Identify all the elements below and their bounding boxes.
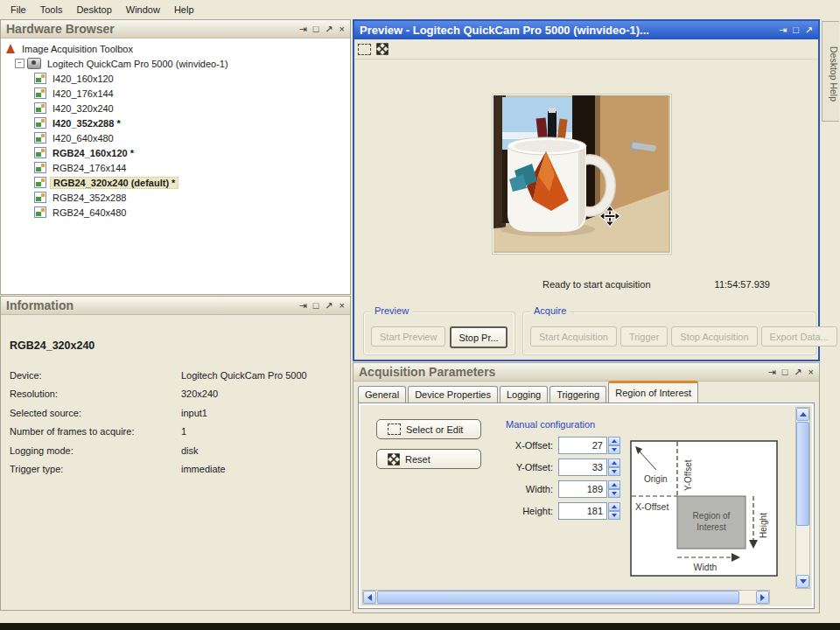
restore-icon[interactable]: □ (313, 24, 319, 34)
close-icon[interactable]: × (340, 24, 345, 34)
y-offset-input[interactable]: 33 (558, 458, 607, 476)
parameter-tabs: General Device Properties Logging Trigge… (358, 383, 815, 402)
export-data-button[interactable]: Export Data... (761, 326, 837, 346)
tab-general[interactable]: General (358, 386, 406, 402)
preview-title: Preview - Logitech QuickCam Pro 5000 (wi… (360, 24, 649, 37)
tree-format-item[interactable]: I420_320x240 (34, 101, 350, 116)
acquisition-parameters-header: Acquisition Parameters ⇥ □ ↗ × (354, 363, 819, 382)
reset-button[interactable]: Reset (376, 449, 481, 469)
width-label: Width: (499, 484, 553, 494)
svg-text:Interest: Interest (696, 522, 726, 532)
start-acquisition-button[interactable]: Start Acquisition (530, 326, 617, 346)
hardware-browser-panel: Hardware Browser ⇥ □ ↗ × Image Acquisiti… (0, 19, 351, 295)
pin-icon[interactable]: ⇥ (767, 368, 775, 377)
undock-icon[interactable]: ↗ (325, 301, 332, 311)
height-stepper[interactable] (608, 502, 620, 520)
info-label: Trigger type: (10, 464, 181, 474)
tree-format-item[interactable]: RGB24_352x288 (34, 190, 350, 205)
menu-help[interactable]: Help (167, 3, 201, 17)
format-icon (34, 132, 46, 144)
format-icon (34, 192, 46, 203)
format-icon (34, 102, 46, 114)
select-roi-icon[interactable] (358, 44, 371, 55)
tree-format-item[interactable]: I420_176x144 (34, 86, 350, 101)
preview-group-label: Preview (371, 305, 412, 316)
info-value: input1 (181, 408, 207, 418)
tree-format-item[interactable]: I420_640x480 (34, 130, 350, 145)
restore-icon[interactable]: □ (782, 368, 788, 377)
restore-icon[interactable]: □ (793, 25, 799, 35)
tree-format-item[interactable]: RGB24_176x144 (34, 160, 350, 175)
preview-image (493, 94, 671, 254)
tab-device-properties[interactable]: Device Properties (408, 386, 498, 402)
height-label: Height: (499, 506, 553, 516)
diagram-x-offset-label: X-Offset (635, 501, 668, 512)
select-or-edit-button[interactable]: Select or Edit (376, 419, 481, 439)
horizontal-scrollbar[interactable] (362, 590, 770, 605)
pin-icon[interactable]: ⇥ (298, 24, 306, 34)
format-icon (34, 206, 46, 218)
width-stepper[interactable] (608, 480, 620, 498)
menu-tools[interactable]: Tools (33, 3, 70, 17)
reset-roi-icon[interactable] (376, 43, 388, 55)
undock-icon[interactable]: ↗ (805, 25, 813, 35)
horizontal-scroll-thumb[interactable] (377, 591, 739, 604)
info-row: Trigger type: immediate (10, 460, 341, 480)
trigger-button[interactable]: Trigger (620, 326, 668, 346)
preview-panel: Preview - Logitech QuickCam Pro 5000 (wi… (353, 19, 820, 361)
menu-window[interactable]: Window (119, 3, 167, 17)
information-heading: RGB24_320x240 (10, 340, 341, 352)
vertical-scroll-thumb[interactable] (796, 422, 809, 526)
information-header: Information ⇥ □ ↗ × (1, 297, 350, 315)
scroll-up-button[interactable] (796, 408, 809, 421)
close-icon[interactable]: × (808, 368, 814, 377)
undock-icon[interactable]: ↗ (794, 368, 802, 377)
tree-root-item[interactable]: Image Acquisition Toolbox (4, 41, 350, 56)
collapse-icon[interactable]: − (15, 59, 24, 68)
scroll-right-button[interactable] (756, 591, 769, 604)
info-row: Logging mode: disk (10, 441, 341, 460)
diagram-origin-label: Origin (644, 474, 668, 484)
acquisition-parameters-panel: Acquisition Parameters ⇥ □ ↗ × General D… (353, 362, 820, 613)
width-input[interactable]: 189 (558, 480, 607, 498)
height-input[interactable]: 181 (558, 502, 607, 520)
information-title: Information (6, 298, 74, 312)
stop-preview-button[interactable]: Stop Pr... (450, 326, 507, 348)
tab-logging[interactable]: Logging (500, 386, 548, 402)
tree-format-item-selected[interactable]: RGB24_320x240 (default) * (34, 175, 350, 190)
desktop-help-tab[interactable]: Desktop Help (822, 21, 839, 122)
start-preview-button[interactable]: Start Preview (371, 326, 445, 346)
tree-format-item[interactable]: RGB24_640x480 (34, 205, 350, 220)
hardware-browser-header: Hardware Browser ⇥ □ ↗ × (1, 20, 350, 38)
tab-region-of-interest[interactable]: Region of Interest (608, 381, 698, 402)
y-offset-label: Y-Offset: (499, 462, 553, 472)
select-rect-icon (388, 424, 401, 435)
scroll-down-button[interactable] (796, 575, 809, 588)
hardware-browser-tree: Image Acquisition Toolbox − Logitech Qui… (1, 38, 350, 294)
scroll-left-button[interactable] (363, 591, 376, 604)
acquire-group: Acquire Start Acquisition Trigger Stop A… (522, 312, 816, 355)
y-offset-stepper[interactable] (608, 458, 620, 476)
info-label: Selected source: (10, 408, 181, 418)
diagram-y-offset-label: Y-Offset (683, 459, 693, 491)
undock-icon[interactable]: ↗ (325, 24, 332, 34)
menu-file[interactable]: File (4, 3, 33, 17)
restore-icon[interactable]: □ (313, 301, 319, 311)
tab-triggering[interactable]: Triggering (550, 386, 606, 402)
diagram-region-label: Region of (693, 511, 731, 521)
x-offset-stepper[interactable] (608, 437, 620, 454)
tree-format-item[interactable]: I420_352x288 * (34, 116, 350, 130)
pin-icon[interactable]: ⇥ (298, 301, 306, 311)
tree-device-item[interactable]: − Logitech QuickCam Pro 5000 (winvideo-1… (15, 56, 350, 71)
tree-format-item[interactable]: RGB24_160x120 * (34, 145, 350, 160)
info-row: Selected source: input1 (10, 403, 341, 423)
format-icon (34, 147, 46, 158)
close-icon[interactable]: × (340, 301, 345, 311)
vertical-scrollbar[interactable] (795, 407, 810, 589)
menu-desktop[interactable]: Desktop (69, 3, 118, 17)
pin-icon[interactable]: ⇥ (779, 25, 787, 35)
tree-format-item[interactable]: I420_160x120 (34, 71, 350, 86)
x-offset-input[interactable]: 27 (558, 437, 607, 454)
stop-acquisition-button[interactable]: Stop Acquisition (671, 326, 757, 346)
bottom-edge (0, 623, 840, 630)
